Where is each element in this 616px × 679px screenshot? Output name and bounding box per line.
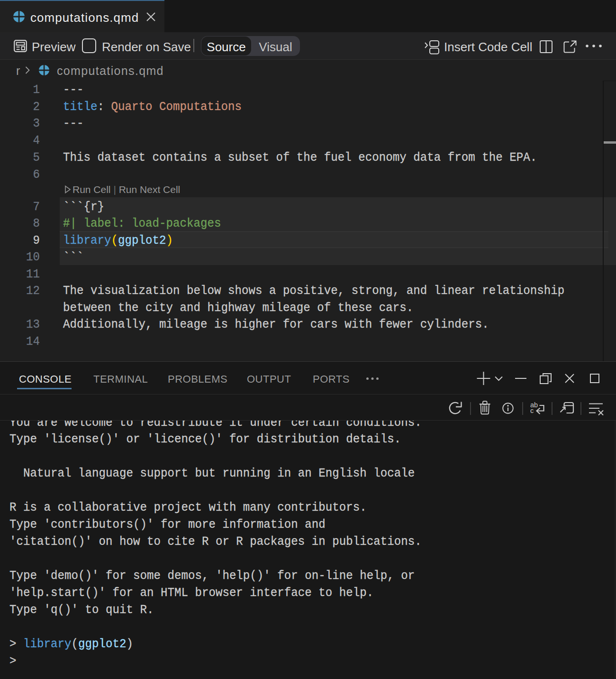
svg-text:c: c — [530, 407, 534, 414]
